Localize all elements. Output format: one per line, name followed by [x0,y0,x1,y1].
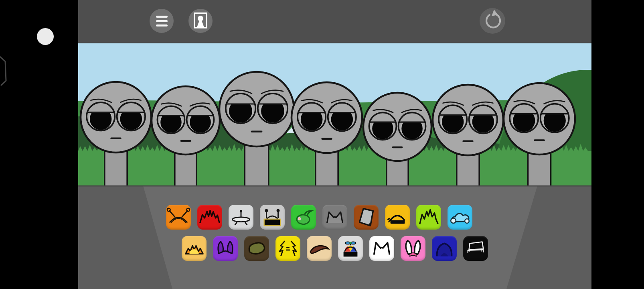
hat-tan-hair-swoosh[interactable] [307,236,332,261]
yellow-lightning-icon [275,236,300,261]
hat-gray-sign-antennae[interactable] [260,205,285,230]
hat-orange-antennae[interactable] [166,205,191,230]
hat-tray-row-2 [182,236,488,261]
hat-rust-slab[interactable] [354,205,379,230]
pink-bunny-ears-icon [401,236,425,261]
gray-sign-antennae-icon [260,205,285,230]
reset-button[interactable] [480,8,505,34]
hat-black-bench-hat[interactable] [463,236,488,261]
lime-spikes-icon [416,205,441,230]
reset-icon [480,8,505,34]
game-viewport [78,0,591,289]
hat-red-spiky-crown[interactable] [197,205,222,230]
hat-lime-spikes[interactable] [416,205,441,230]
hat-yellow-lightning[interactable] [275,236,300,261]
hat-purple-horns[interactable] [213,236,238,261]
black-bench-hat-icon [463,236,488,261]
brown-olive-blob-icon [244,236,269,261]
menu-button[interactable] [150,9,174,33]
hamburger-icon [156,16,168,26]
white-cat-ears-icon [369,236,394,261]
gold-band-bar-icon [385,205,410,230]
darkgray-cat-ears-icon [322,205,347,230]
purple-horns-icon [213,236,238,261]
avatar-icon [188,9,213,33]
gray-saucer-hat-icon [229,205,253,230]
hat-gray-saucer-hat[interactable] [229,205,253,230]
hat-white-cat-ears[interactable] [369,236,394,261]
record-dot [37,28,54,45]
hat-green-pepper[interactable] [291,205,316,230]
hat-gold-band-bar[interactable] [385,205,410,230]
hat-propeller-cap[interactable] [338,236,363,261]
hat-amber-sunrise[interactable] [182,236,207,261]
tan-hair-swoosh-icon [307,236,332,261]
propeller-cap-icon [338,236,363,261]
rust-slab-icon [354,205,379,230]
green-pepper-icon [291,205,316,230]
hat-cyan-cloud[interactable] [448,205,472,230]
red-spiky-crown-icon [197,205,222,230]
hat-darkgray-cat-ears[interactable] [322,205,347,230]
characters-button[interactable] [188,9,213,33]
navy-hood-icon [432,236,457,261]
hat-tray-row-1 [166,205,472,230]
hat-brown-olive-blob[interactable] [244,236,269,261]
orange-antennae-icon [166,205,191,230]
hat-navy-hood[interactable] [432,236,457,261]
cyan-cloud-icon [448,205,472,230]
hat-pink-bunny-ears[interactable] [401,236,425,261]
edge-panel-handle[interactable] [0,55,9,88]
amber-sunrise-icon [182,236,207,261]
screen [0,0,644,289]
